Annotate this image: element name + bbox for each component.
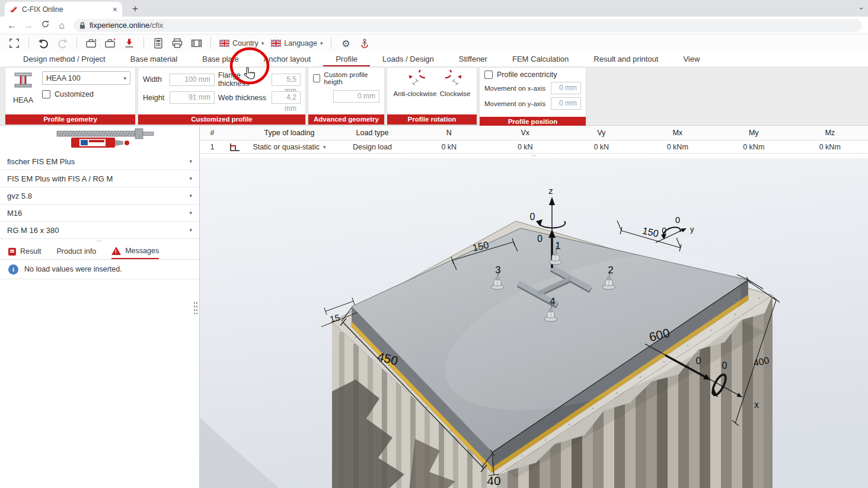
anticlockwise-button[interactable]: ⌶ Anti-clockwise: [394, 70, 437, 97]
anchor-icon[interactable]: [356, 36, 373, 51]
profile-type-label: HEAA: [10, 96, 36, 104]
message-text: No load values were inserted.: [24, 265, 122, 273]
url-field[interactable]: fixperience.online/cfix: [74, 19, 862, 32]
width-input[interactable]: 100 mm: [170, 74, 215, 86]
height-label: Height: [143, 94, 166, 102]
value-Mz[interactable]: 0 kNm: [792, 143, 868, 151]
fullscreen-icon[interactable]: [6, 36, 23, 51]
movement-x-input[interactable]: 0 mm: [551, 82, 581, 94]
anchor-label-4: 4: [550, 296, 555, 307]
profile-select-value: HEAA 100: [46, 74, 81, 82]
tab-fem-calculation[interactable]: FEM Calculation: [500, 52, 581, 65]
forward-icon[interactable]: →: [20, 20, 37, 31]
type-of-loading-select[interactable]: Static or quasi-static ▾: [245, 143, 334, 151]
load-table-row[interactable]: 1 Static or quasi-static ▾ Design load 0…: [200, 141, 868, 154]
tab-design-method[interactable]: Design method / Project: [11, 52, 118, 65]
chevron-down-icon[interactable]: ⌄: [858, 2, 864, 11]
dropdown-system[interactable]: FIS EM Plus with FIS A / RG M ▾: [0, 170, 199, 187]
calculator-icon[interactable]: [150, 36, 167, 51]
x-axis-label: x: [754, 400, 759, 410]
language-label: Language: [284, 39, 317, 47]
tab-stiffener[interactable]: Stiffener: [446, 52, 500, 65]
anticlockwise-label: Anti-clockwise: [394, 90, 437, 97]
value-My[interactable]: 0 kNm: [716, 143, 792, 151]
tab-result-printout[interactable]: Result and printout: [581, 52, 671, 65]
dropdown-article[interactable]: RG M 16 x 380 ▾: [0, 222, 199, 239]
value-Vy[interactable]: 0 kN: [563, 143, 640, 151]
profile-eccentricity-checkbox[interactable]: [484, 71, 493, 79]
load-table: # Type of loading Load type N Vx Vy Mx M…: [200, 126, 868, 158]
panel-profile-geometry: HEAA HEAA 100 ▾ Customized Profile geome…: [5, 67, 136, 125]
customized-checkbox[interactable]: [42, 90, 50, 98]
dropdown-size-value: M16: [7, 209, 22, 218]
reload-icon[interactable]: [37, 20, 53, 31]
custom-profile-height-input[interactable]: 0 mm: [333, 90, 379, 103]
open-project-icon[interactable]: [102, 36, 119, 51]
custom-profile-height-label: Custom profile heigth: [324, 71, 379, 85]
value-Mx[interactable]: 0 kNm: [640, 143, 716, 151]
new-project-icon[interactable]: [83, 36, 100, 51]
home-icon[interactable]: ⌂: [53, 20, 70, 31]
tab-base-plate[interactable]: Base plate: [190, 52, 251, 65]
redo-icon[interactable]: [54, 36, 71, 51]
main-area: # Type of loading Load type N Vx Vy Mx M…: [200, 126, 868, 488]
width-label: Width: [143, 75, 166, 84]
undo-icon[interactable]: [35, 36, 52, 51]
country-select[interactable]: Country ▾: [217, 39, 266, 47]
sidebar-expander[interactable]: ⋯: [0, 239, 199, 244]
tab-result[interactable]: Result: [8, 244, 41, 259]
custom-profile-height-checkbox[interactable]: [313, 74, 320, 82]
tab-anchor-layout[interactable]: Anchor layout: [251, 52, 324, 65]
info-icon: i: [8, 264, 18, 275]
x-moment-value: 0: [722, 361, 727, 371]
dropdown-mortar[interactable]: fischer FIS EM Plus ▾: [0, 153, 199, 170]
tab-view[interactable]: View: [671, 52, 712, 65]
address-bar: ← → ⌂ fixperience.online/cfix: [0, 17, 868, 34]
panel-profile-rotation: ⌶ Anti-clockwise ⌶ Clockwise Profile rot…: [387, 67, 477, 125]
chevron-down-icon: ▾: [261, 40, 264, 46]
panel-title: Profile rotation: [387, 114, 477, 125]
message-row: i No load values were inserted.: [0, 260, 199, 279]
print-icon[interactable]: [169, 36, 186, 51]
panel-title: Profile geometry: [5, 114, 135, 125]
chevron-down-icon: ▾: [189, 193, 192, 199]
dropdown-size[interactable]: M16 ▾: [0, 205, 199, 222]
clockwise-button[interactable]: ⌶ Clockwise: [440, 70, 471, 97]
web-thickness-input[interactable]: 4,2 mm: [272, 91, 301, 104]
panel-advanced-geometry: Custom profile heigth 0 mm Advanced geom…: [308, 67, 385, 125]
tab-messages[interactable]: Messages: [111, 244, 159, 259]
movement-y-input[interactable]: 0 mm: [551, 97, 581, 110]
movement-x-label: Movement on x-axis: [484, 85, 547, 92]
tab-profile[interactable]: Profile: [323, 52, 370, 67]
app-toolbar: Country ▾ Language ▾ ⚙: [0, 34, 868, 52]
profile-select[interactable]: HEAA 100 ▾: [42, 71, 130, 85]
save-icon[interactable]: [121, 36, 138, 51]
tab-base-material[interactable]: Base material: [118, 52, 190, 65]
z-force-value: 0: [537, 234, 542, 244]
load-type-value: Design load: [334, 143, 411, 151]
video-icon[interactable]: [188, 36, 205, 51]
settings-gear-icon[interactable]: ⚙: [337, 36, 354, 51]
anchor-label-3: 3: [495, 264, 500, 276]
dropdown-mortar-value: fischer FIS EM Plus: [7, 157, 75, 166]
sidebar-splitter-handle[interactable]: [193, 301, 198, 314]
back-icon[interactable]: ←: [4, 20, 20, 31]
tab-product-info[interactable]: Product info: [56, 244, 96, 259]
col-load-type: Load type: [334, 129, 411, 137]
chevron-down-icon: ▾: [320, 40, 323, 46]
tab-close-icon[interactable]: ×: [113, 5, 117, 14]
value-N[interactable]: 0 kN: [411, 143, 487, 151]
language-select[interactable]: Language ▾: [269, 39, 325, 47]
browser-tab[interactable]: C-FIX Online ×: [5, 2, 122, 17]
web-thickness-label: Web thickness: [218, 94, 268, 102]
dropdown-material[interactable]: gvz 5.8 ▾: [0, 187, 199, 205]
table-expander[interactable]: ⋯: [200, 154, 868, 158]
flange-thickness-input[interactable]: 5,5 mm: [272, 74, 301, 86]
toolbar-separator: [331, 37, 331, 49]
height-input[interactable]: 91 mm: [170, 91, 215, 104]
tab-loads-design[interactable]: Loads / Design: [370, 52, 446, 65]
load-table-header: # Type of loading Load type N Vx Vy Mx M…: [200, 126, 868, 141]
3d-viewport[interactable]: 450 600 400 150: [200, 158, 868, 488]
new-tab-button[interactable]: +: [128, 2, 142, 16]
value-Vx[interactable]: 0 kN: [487, 143, 564, 151]
